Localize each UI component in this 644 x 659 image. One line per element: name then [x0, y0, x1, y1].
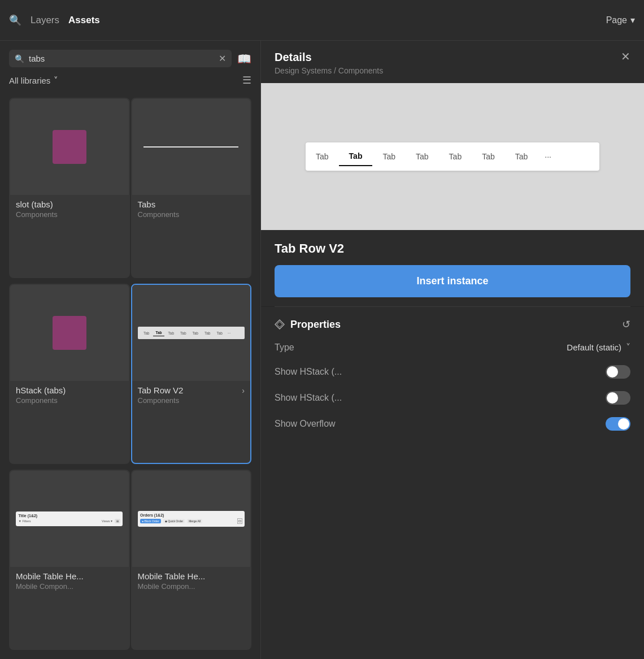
property-row-show-hstack-1: Show HStack (... [275, 365, 630, 379]
property-label-show-hstack-1: Show HStack (... [275, 367, 342, 377]
hstack-1-control [606, 365, 630, 379]
tabrow-tab-4: Tab [178, 330, 188, 336]
properties-diamond-icon [275, 319, 285, 330]
component-card-slot-tabs[interactable]: slot (tabs) Components [9, 98, 130, 278]
page-chevron-icon: ▾ [630, 15, 635, 25]
close-details-button[interactable]: ✕ [621, 51, 630, 62]
component-card-hstack-tabs[interactable]: hStack (tabs) Components [9, 284, 130, 464]
type-dropdown[interactable]: Default (static) ˅ [567, 342, 630, 353]
component-name-mobile-1: Mobile Table He... [16, 571, 123, 581]
mobile-row-1: ▼ Filters Views ▾ ⊞ [18, 519, 120, 523]
mobile-views: Views ▾ [102, 519, 112, 523]
tabs-line-icon [143, 146, 238, 148]
details-breadcrumb: Design Systems / Components [275, 66, 383, 75]
top-bar: 🔍 Layers Assets Page ▾ [0, 0, 644, 41]
purple-rect-icon-2 [53, 316, 86, 350]
toggle-show-overflow[interactable] [606, 417, 630, 431]
component-info-tabrow: Tab Row V2 › Components [132, 381, 251, 410]
tabrow-tab-7: Tab [214, 330, 224, 336]
preview-tab-1[interactable]: Tab [306, 148, 339, 166]
search-bar: 🔍 ✕ 📖 [0, 41, 260, 74]
clear-search-icon[interactable]: ✕ [219, 53, 226, 64]
component-info-tabs: Tabs Components [132, 195, 251, 224]
component-thumb-tabs [132, 99, 251, 195]
tab-assets[interactable]: Assets [68, 12, 100, 28]
preview-tab-6[interactable]: Tab [472, 148, 505, 166]
preview-tab-3[interactable]: Tab [372, 148, 406, 166]
property-label-show-overflow: Show Overflow [275, 419, 336, 429]
component-lib-tabrow: Components [138, 396, 245, 405]
list-view-icon[interactable]: ☰ [242, 74, 251, 86]
component-info-mobile-2: Mobile Table He... Mobile Compon... [132, 567, 251, 596]
insert-button-row: Insert instance [261, 265, 644, 306]
tabrow-more: ··· [227, 330, 232, 336]
insert-instance-button[interactable]: Insert instance [275, 265, 630, 297]
bookmark-icon[interactable]: 📖 [237, 52, 251, 66]
libraries-chevron-icon: ˅ [54, 75, 58, 85]
left-panel: 🔍 ✕ 📖 All libraries ˅ ☰ slot (tabs) [0, 41, 261, 659]
component-card-tab-row-v2[interactable]: Tab Tab Tab Tab Tab Tab Tab ··· Tab Row … [131, 284, 252, 464]
type-value: Default (static) [567, 342, 621, 352]
top-bar-left: 🔍 Layers Assets Page ▾ [9, 12, 635, 28]
chevron-right-icon: › [242, 386, 245, 395]
libraries-dropdown-button[interactable]: All libraries ˅ [9, 75, 58, 85]
component-preview-area: Tab Tab Tab Tab Tab Tab Tab ··· [261, 83, 644, 230]
mobile-filters: ▼ Filters [18, 519, 31, 523]
page-selector[interactable]: Page ▾ [606, 15, 635, 25]
details-title: Details [275, 51, 383, 64]
component-card-header-tabrow: Tab Row V2 › [138, 385, 245, 395]
component-thumb-slot-tabs [10, 99, 129, 195]
component-title-row: Tab Row V2 [261, 230, 644, 265]
search-icon[interactable]: 🔍 [9, 14, 21, 27]
component-name-hstack: hStack (tabs) [16, 385, 123, 395]
component-thumb-mobile-1: Title (1&2) ▼ Filters Views ▾ ⊞ [10, 471, 129, 567]
component-name-tabrow: Tab Row V2 [138, 385, 184, 395]
component-info-hstack: hStack (tabs) Components [10, 381, 129, 410]
component-name-slot-tabs: slot (tabs) [16, 200, 123, 209]
reset-properties-button[interactable]: ↺ [622, 318, 630, 331]
preview-tab-7[interactable]: Tab [505, 148, 538, 166]
component-title: Tab Row V2 [275, 241, 630, 256]
mobile-row-2: ● Block Order ◆ Quick Order Merge All ⊡ [140, 518, 242, 524]
libraries-label: All libraries [9, 76, 50, 85]
tabrow-tab-active: Tab [153, 330, 164, 336]
tabrow-tab-1: Tab [141, 330, 151, 336]
toggle-show-hstack-2[interactable] [606, 391, 630, 405]
component-thumb-mobile-2: Orders (1&2) ● Block Order ◆ Quick Order… [132, 471, 251, 567]
mobile-tag-2: ◆ Quick Order [163, 519, 185, 523]
component-thumb-hstack [10, 285, 129, 381]
preview-more-icon[interactable]: ··· [538, 148, 558, 166]
component-card-mobile-1[interactable]: Title (1&2) ▼ Filters Views ▾ ⊞ Mobile T… [9, 470, 130, 650]
component-name-tabs: Tabs [138, 200, 245, 209]
purple-rect-icon [53, 130, 86, 164]
details-header-text: Details Design Systems / Components [275, 51, 383, 75]
search-input-wrapper[interactable]: 🔍 ✕ [9, 50, 232, 67]
right-panel: Details Design Systems / Components ✕ Ta… [261, 41, 644, 659]
mobile-grid-icon: ⊞ [115, 519, 120, 523]
component-card-tabs[interactable]: Tabs Components [131, 98, 252, 278]
component-lib-hstack: Components [16, 396, 123, 405]
mobile-header-2: Orders (1&2) [140, 513, 242, 517]
filter-row: All libraries ˅ ☰ [0, 74, 260, 93]
search-input[interactable] [29, 54, 214, 63]
tabrow-tab-5: Tab [190, 330, 201, 336]
toggle-show-hstack-1[interactable] [606, 365, 630, 379]
property-row-show-hstack-2: Show HStack (... [275, 391, 630, 405]
preview-component: Tab Tab Tab Tab Tab Tab Tab ··· [306, 142, 599, 171]
component-info-slot-tabs: slot (tabs) Components [10, 195, 129, 224]
toggle-knob-hstack-1 [607, 366, 618, 378]
preview-tab-5[interactable]: Tab [439, 148, 472, 166]
component-card-mobile-2[interactable]: Orders (1&2) ● Block Order ◆ Quick Order… [131, 470, 252, 650]
component-lib-tabs: Components [138, 210, 245, 219]
preview-tab-4[interactable]: Tab [406, 148, 439, 166]
properties-header: Properties ↺ [275, 318, 630, 331]
tab-layers[interactable]: Layers [31, 12, 59, 28]
tabrow-preview: Tab Tab Tab Tab Tab Tab Tab ··· [138, 327, 245, 339]
hstack-2-control [606, 391, 630, 405]
mobile-tag-3: Merge All [187, 519, 202, 523]
property-row-show-overflow: Show Overflow [275, 417, 630, 431]
preview-tab-2-active[interactable]: Tab [339, 147, 373, 166]
overflow-control [606, 417, 630, 431]
type-chevron-icon: ˅ [626, 342, 630, 353]
property-label-show-hstack-2: Show HStack (... [275, 393, 342, 403]
